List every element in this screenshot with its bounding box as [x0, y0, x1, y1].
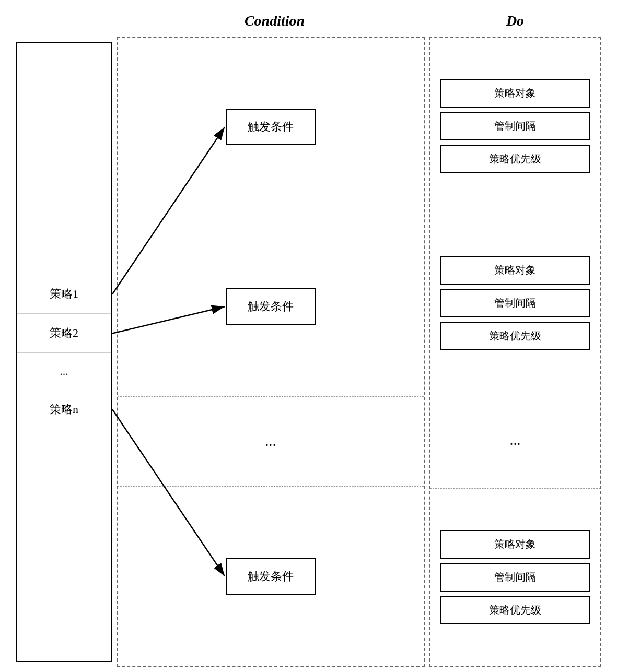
do-item-3-3: 策略优先级: [440, 596, 590, 624]
main-content: 策略1 策略2 ... 策略n 触发条件 触发条件 ... 触发条件 策略对象: [16, 37, 601, 667]
do-item-1-2: 管制间隔: [440, 112, 590, 140]
do-item-2-2: 管制间隔: [440, 289, 590, 317]
header-row: Condition Do: [16, 5, 601, 37]
condition-row-ellipsis: ...: [118, 397, 424, 487]
condition-box-1: 触发条件: [226, 109, 316, 145]
do-row-1: 策略对象 管制间隔 策略优先级: [430, 38, 600, 215]
do-item-3-1: 策略对象: [440, 530, 590, 559]
policy-item-ellipsis: ...: [17, 353, 111, 390]
policy-item-2: 策略2: [17, 314, 111, 353]
condition-box-2: 触发条件: [226, 288, 316, 325]
policy-column: 策略1 策略2 ... 策略n: [16, 42, 112, 662]
condition-box-3: 触发条件: [226, 558, 316, 595]
do-column: 策略对象 管制间隔 策略优先级 策略对象 管制间隔 策略优先级 ... 策略对象…: [429, 37, 601, 667]
condition-row-1: 触发条件: [118, 38, 424, 217]
do-row-3: 策略对象 管制间隔 策略优先级: [430, 489, 600, 666]
condition-row-3: 触发条件: [118, 487, 424, 666]
do-item-2-1: 策略对象: [440, 256, 590, 285]
policy-item-n: 策略n: [17, 390, 111, 429]
condition-row-2: 触发条件: [118, 217, 424, 397]
do-ellipsis-text: ...: [510, 432, 521, 449]
do-row-2: 策略对象 管制间隔 策略优先级: [430, 215, 600, 393]
do-item-3-2: 管制间隔: [440, 563, 590, 592]
do-item-1-1: 策略对象: [440, 79, 590, 108]
condition-column: 触发条件 触发条件 ... 触发条件: [117, 37, 425, 667]
condition-ellipsis-text: ...: [265, 433, 276, 450]
do-row-ellipsis: ...: [430, 392, 600, 489]
do-header: Do: [429, 13, 601, 29]
do-item-1-3: 策略优先级: [440, 145, 590, 173]
do-item-2-3: 策略优先级: [440, 322, 590, 350]
policy-item-1: 策略1: [17, 275, 111, 314]
condition-header: Condition: [120, 13, 429, 29]
diagram-container: Condition Do 策略1 策略2 ... 策略n 触发条件 触发条件 .…: [0, 0, 617, 672]
